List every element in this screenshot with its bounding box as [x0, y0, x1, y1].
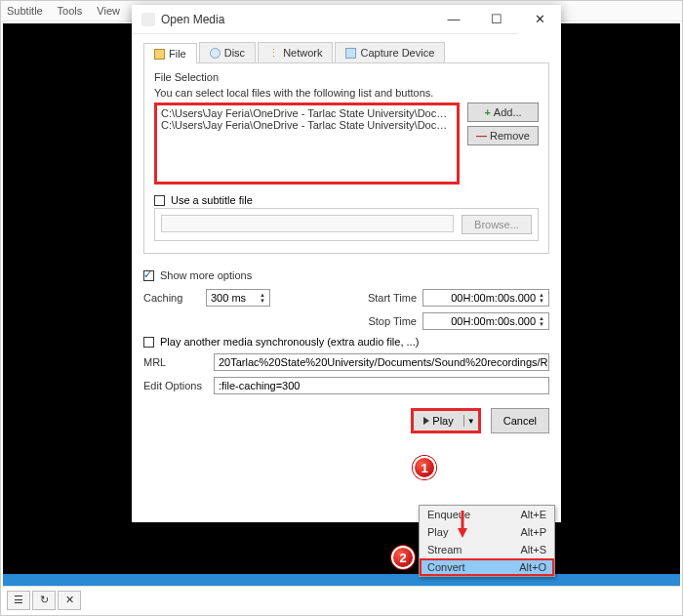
dropdown-label: Stream	[427, 544, 520, 555]
menu-subtitle[interactable]: Subtitle	[7, 5, 43, 17]
start-time-input[interactable]: 00H:00m:00s.000 ▲▼	[422, 289, 549, 307]
caching-value: 300 ms	[211, 292, 246, 304]
file-list[interactable]: C:\Users\Jay Feria\OneDrive - Tarlac Sta…	[154, 103, 460, 185]
spinner-icon[interactable]: ▲▼	[539, 315, 544, 327]
start-time-label: Start Time	[368, 292, 417, 304]
shuffle-icon[interactable]: ✕	[58, 591, 81, 610]
subtitle-checkbox-label: Use a subtitle file	[171, 194, 253, 206]
play-another-checkbox[interactable]	[143, 337, 154, 348]
play-dropdown-toggle[interactable]: ▼	[464, 417, 478, 426]
dialog-titlebar: Open Media — ☐ ✕	[132, 5, 561, 34]
add-button[interactable]: + Add...	[467, 103, 539, 122]
dialog-icon	[141, 13, 155, 26]
dropdown-item-enqueue[interactable]: Enqueue Alt+E	[420, 506, 554, 523]
edit-options-input[interactable]: :file-caching=300	[214, 377, 549, 394]
start-time-value: 00H:00m:00s.000	[451, 292, 536, 304]
play-button-label: Play	[432, 415, 453, 427]
loop-icon[interactable]: ↻	[32, 591, 56, 610]
network-icon: ⋮⋮	[268, 48, 279, 59]
annotation-callout-1: 1	[413, 456, 436, 479]
maximize-button[interactable]: ☐	[475, 5, 518, 34]
minimize-button[interactable]: —	[432, 5, 475, 34]
dropdown-item-stream[interactable]: Stream Alt+S	[420, 541, 554, 558]
play-split-button[interactable]: Play ▼	[411, 408, 480, 433]
tab-network[interactable]: ⋮⋮ Network	[258, 42, 333, 62]
file-section-hint: You can select local files with the foll…	[154, 87, 539, 99]
open-media-dialog: Open Media — ☐ ✕ File Disc ⋮⋮ Network Ca…	[132, 5, 561, 522]
subtitle-box: Browse...	[154, 208, 539, 241]
tab-file[interactable]: File	[143, 43, 197, 63]
file-icon	[154, 49, 165, 60]
seek-bar[interactable]	[3, 574, 680, 586]
remove-button[interactable]: — Remove	[467, 126, 539, 145]
options-group: Caching 300 ms ▲▼ Start Time 00H:00m:00s…	[143, 289, 549, 394]
cancel-button-label: Cancel	[503, 415, 537, 427]
tab-network-label: Network	[283, 47, 322, 59]
close-button[interactable]: ✕	[518, 5, 561, 34]
add-button-label: Add...	[494, 106, 522, 118]
dropdown-shortcut: Alt+P	[520, 526, 546, 538]
remove-button-label: Remove	[490, 130, 530, 142]
control-bar: ☰ ↻ ✕	[3, 586, 680, 613]
edit-options-value: :file-caching=300	[219, 380, 300, 391]
tab-bar: File Disc ⋮⋮ Network Capture Device	[143, 42, 549, 63]
spinner-icon[interactable]: ▲▼	[539, 292, 544, 304]
stop-time-value: 00H:00m:00s.000	[451, 315, 536, 327]
caching-label: Caching	[143, 292, 206, 304]
capture-icon	[345, 48, 356, 59]
dropdown-label: Enqueue	[427, 509, 520, 520]
subtitle-checkbox[interactable]	[154, 195, 165, 206]
file-section-heading: File Selection	[154, 71, 539, 83]
tab-file-label: File	[169, 48, 186, 60]
tab-disc-label: Disc	[224, 47, 245, 59]
dropdown-item-play[interactable]: Play Alt+P	[420, 523, 554, 541]
mrl-input[interactable]: 20Tarlac%20State%20University/Documents/…	[214, 353, 549, 371]
playlist-toggle-icon[interactable]: ☰	[7, 591, 30, 610]
annotation-arrow-icon	[458, 509, 467, 538]
play-dropdown-menu: Enqueue Alt+E Play Alt+P Stream Alt+S Co…	[419, 505, 555, 577]
file-list-item[interactable]: C:\Users\Jay Feria\OneDrive - Tarlac Sta…	[161, 107, 453, 119]
browse-button[interactable]: Browse...	[462, 215, 532, 234]
svg-marker-1	[458, 528, 467, 538]
cancel-button[interactable]: Cancel	[491, 408, 549, 433]
file-list-item[interactable]: C:\Users\Jay Feria\OneDrive - Tarlac Sta…	[161, 119, 453, 131]
menu-tools[interactable]: Tools	[58, 5, 83, 17]
file-section: File Selection You can select local file…	[143, 63, 549, 254]
dialog-body: File Disc ⋮⋮ Network Capture Device File…	[132, 34, 561, 443]
edit-options-label: Edit Options	[143, 380, 214, 391]
play-icon	[423, 417, 429, 425]
browse-button-label: Browse...	[474, 219, 519, 230]
more-options-checkbox[interactable]	[143, 270, 154, 281]
minus-icon: —	[476, 130, 487, 142]
dropdown-shortcut: Alt+S	[520, 544, 546, 555]
disc-icon	[210, 48, 221, 59]
mrl-value: 20Tarlac%20State%20University/Documents/…	[219, 356, 549, 368]
dropdown-shortcut: Alt+E	[520, 509, 546, 520]
dropdown-label: Convert	[427, 561, 519, 573]
dropdown-shortcut: Alt+O	[519, 561, 546, 573]
spinner-icon[interactable]: ▲▼	[260, 292, 265, 304]
play-another-label: Play another media synchronously (extra …	[160, 336, 419, 348]
caching-input[interactable]: 300 ms ▲▼	[206, 289, 270, 307]
stop-time-input[interactable]: 00H:00m:00s.000 ▲▼	[422, 312, 549, 330]
tab-capture-label: Capture Device	[360, 47, 434, 59]
dropdown-label: Play	[427, 526, 520, 538]
annotation-callout-2: 2	[391, 546, 415, 569]
mrl-label: MRL	[143, 356, 214, 368]
tab-disc[interactable]: Disc	[199, 42, 256, 62]
tab-capture[interactable]: Capture Device	[335, 42, 445, 62]
stop-time-label: Stop Time	[368, 315, 417, 327]
subtitle-path-input[interactable]	[161, 215, 454, 232]
more-options-label: Show more options	[160, 269, 252, 281]
dropdown-item-convert[interactable]: Convert Alt+O	[420, 558, 554, 576]
plus-icon: +	[484, 106, 490, 118]
menu-view[interactable]: View	[97, 5, 120, 17]
dialog-title: Open Media	[161, 13, 432, 26]
